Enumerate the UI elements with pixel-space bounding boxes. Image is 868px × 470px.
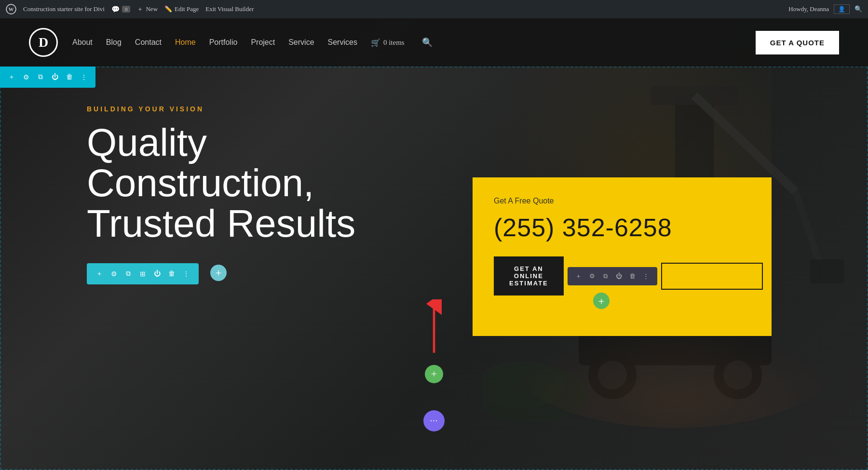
- estimate-btn-label: GET AN ONLINE ESTIMATE: [509, 265, 548, 287]
- cart-icon: 🛒: [371, 38, 380, 47]
- module-insert-container: ＋: [494, 297, 750, 317]
- header-left: D About Blog Contact Home Portfolio Proj…: [29, 28, 433, 57]
- row-copy-btn[interactable]: ⧉: [122, 267, 135, 281]
- quote-card-label: Get A Free Quote: [494, 197, 750, 205]
- avatar-icon: 👤: [838, 6, 845, 13]
- row-columns-btn[interactable]: ⊞: [136, 267, 149, 281]
- edit-page-item[interactable]: ✏️ Edit Page: [164, 5, 199, 13]
- row-more-btn[interactable]: ⋮: [179, 267, 193, 281]
- svg-text:W: W: [9, 6, 14, 12]
- get-quote-label: GET A QUOTE: [770, 39, 825, 47]
- nav-item-home[interactable]: Home: [175, 38, 196, 47]
- arrow-svg: [420, 299, 448, 357]
- estimate-button[interactable]: GET AN ONLINE ESTIMATE: [494, 256, 564, 295]
- module-insert-icon: ＋: [597, 295, 606, 308]
- add-row-icon: ＋: [214, 266, 223, 279]
- module-power-btn[interactable]: ⏻: [613, 270, 625, 282]
- hero-title-line2: Trusted Results: [87, 202, 355, 245]
- admin-bar-right: Howdy, Deanna 👤 🔍: [788, 4, 862, 14]
- site-name-item[interactable]: Construction starter site for Divi: [23, 5, 105, 13]
- admin-bar-left: W Construction starter site for Divi 💬 0…: [6, 4, 781, 14]
- site-name-label: Construction starter site for Divi: [23, 5, 105, 13]
- estimate-input[interactable]: [661, 263, 763, 290]
- module-copy-btn[interactable]: ⧉: [599, 270, 612, 282]
- module-add-btn[interactable]: ＋: [572, 270, 585, 282]
- quote-card: Get A Free Quote (255) 352-6258 GET AN O…: [473, 177, 772, 336]
- row-builder-toolbar: ＋ ⚙ ⧉ ⊞ ⏻ 🗑 ⋮: [87, 263, 199, 284]
- site-container: D About Blog Contact Home Portfolio Proj…: [0, 18, 868, 470]
- section-trash-btn[interactable]: 🗑: [63, 70, 76, 84]
- section-more-btn[interactable]: ⋮: [77, 70, 91, 84]
- nav-item-service[interactable]: Service: [288, 38, 314, 47]
- row-trash-btn[interactable]: 🗑: [165, 267, 178, 281]
- quote-phone: (255) 352-6258: [494, 213, 750, 242]
- bottom-add-icon: +: [431, 368, 437, 380]
- module-toolbar: ＋ ⚙ ⧉ ⏻ 🗑 ⋮: [568, 267, 657, 285]
- nav-item-portfolio[interactable]: Portfolio: [209, 38, 238, 47]
- section-builder-toolbar: ＋ ⚙ ⧉ ⏻ 🗑 ⋮: [0, 67, 95, 88]
- exit-builder-item[interactable]: Exit Visual Builder: [205, 5, 254, 13]
- wp-logo-item[interactable]: W: [6, 4, 16, 14]
- section-power-btn[interactable]: ⏻: [48, 70, 62, 84]
- add-row-button[interactable]: ＋: [210, 265, 227, 281]
- site-logo[interactable]: D: [29, 28, 58, 57]
- comments-item[interactable]: 💬 0: [111, 5, 131, 13]
- module-settings-btn[interactable]: ⚙: [586, 270, 598, 282]
- search-bar-item[interactable]: 🔍: [854, 5, 862, 13]
- section-copy-btn[interactable]: ⧉: [34, 70, 47, 84]
- bottom-settings-button[interactable]: ···: [423, 410, 445, 431]
- bottom-settings-icon: ···: [430, 416, 438, 426]
- edit-page-label: Edit Page: [175, 5, 199, 13]
- bottom-add-section-button[interactable]: +: [425, 365, 443, 383]
- nav-item-contact[interactable]: Contact: [135, 38, 162, 47]
- logo-letter: D: [39, 35, 48, 50]
- nav-item-about[interactable]: About: [72, 38, 93, 47]
- module-insert-button[interactable]: ＋: [593, 293, 610, 309]
- howdy-text: Howdy, Deanna: [788, 5, 829, 13]
- nav-item-services[interactable]: Services: [328, 38, 357, 47]
- avatar-button[interactable]: 👤: [834, 4, 850, 14]
- row-add-btn[interactable]: ＋: [93, 267, 106, 281]
- nav-item-blog[interactable]: Blog: [106, 38, 122, 47]
- get-quote-button[interactable]: GET A QUOTE: [756, 31, 839, 54]
- row-power-btn[interactable]: ⏻: [150, 267, 164, 281]
- plus-icon: ＋: [137, 5, 143, 13]
- nav-cart[interactable]: 🛒 0 items: [371, 38, 405, 47]
- row-settings-btn[interactable]: ⚙: [107, 267, 121, 281]
- search-icon: 🔍: [854, 5, 862, 13]
- nav-item-project[interactable]: Project: [251, 38, 275, 47]
- hero-subtitle: BUILDING YOUR VISION: [87, 105, 868, 113]
- nav-menu: About Blog Contact Home Portfolio Projec…: [72, 37, 433, 48]
- arrow-up-indicator: [420, 299, 448, 359]
- search-nav-icon[interactable]: 🔍: [422, 37, 433, 48]
- site-header: D About Blog Contact Home Portfolio Proj…: [0, 18, 868, 67]
- pencil-icon: ✏️: [164, 5, 172, 13]
- section-add-btn[interactable]: ＋: [5, 70, 18, 84]
- quote-btn-row: GET AN ONLINE ESTIMATE ＋ ⚙ ⧉ ⏻ 🗑 ⋮: [494, 256, 750, 295]
- module-more-btn[interactable]: ⋮: [640, 270, 652, 282]
- module-trash-btn[interactable]: 🗑: [626, 270, 639, 282]
- howdy-item[interactable]: Howdy, Deanna: [788, 5, 829, 13]
- wp-logo-icon: W: [6, 4, 16, 14]
- comment-count: 0: [122, 6, 131, 13]
- new-item[interactable]: ＋ New: [137, 5, 158, 13]
- hero-title-line1: Quality Construction,: [87, 121, 314, 204]
- comment-icon: 💬: [111, 5, 120, 13]
- new-label: New: [146, 5, 158, 13]
- hero-title: Quality Construction, Trusted Results: [87, 122, 424, 244]
- cart-count: 0 items: [383, 39, 405, 47]
- admin-bar: W Construction starter site for Divi 💬 0…: [0, 0, 868, 18]
- section-settings-btn[interactable]: ⚙: [19, 70, 33, 84]
- exit-builder-label: Exit Visual Builder: [205, 5, 254, 13]
